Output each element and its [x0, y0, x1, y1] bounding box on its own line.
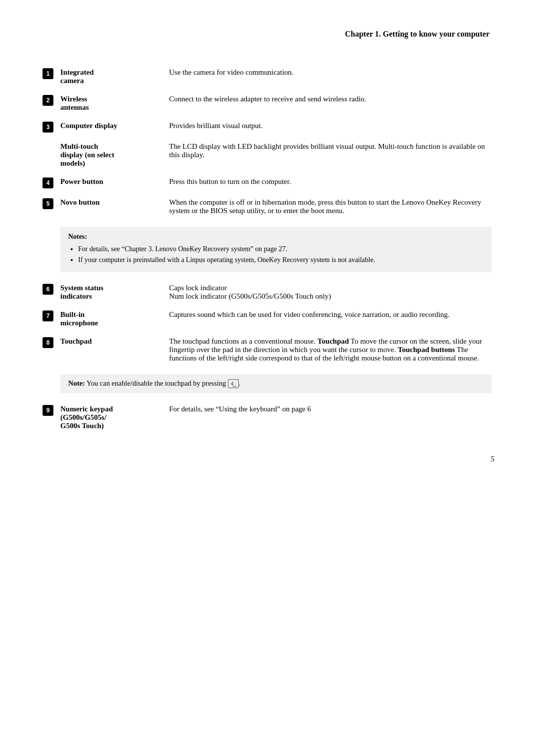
term-cell-2: Wireless antennas [57, 90, 166, 117]
desc-cell-8: Captures sound which can be used for vid… [166, 306, 494, 332]
term-cell-8: Built-in microphone [57, 306, 166, 332]
term-line3-10: G500s Touch) [60, 422, 104, 430]
desc-bold-touchpad: Touchpad [317, 337, 349, 345]
badge-9: 8 [43, 337, 53, 348]
term-cell-9: Touchpad [57, 332, 166, 367]
table-row: 7 Built-in microphone Captures sound whi… [40, 306, 494, 332]
badge-10: 9 [43, 405, 53, 416]
page-number: 5 [40, 455, 494, 463]
badge-cell-1: 1 [40, 63, 57, 90]
note-inline-row: Note: You can enable/disable the touchpa… [40, 367, 494, 400]
badge-5: 4 [43, 178, 53, 188]
term-line2-2: antennas [60, 103, 89, 111]
term-line3-4: models) [60, 159, 85, 167]
desc-4: The LCD display with LED backlight provi… [169, 142, 485, 159]
table-row: 6 System status indicators Caps lock ind… [40, 279, 494, 306]
notes-list: For details, see “Chapter 3. Lenovo OneK… [68, 244, 484, 266]
note-inline-text: You can enable/disable the touchpad by p… [85, 379, 228, 387]
badge-cell-9: 8 [40, 332, 57, 367]
notes-container: Notes: For details, see “Chapter 3. Leno… [57, 220, 494, 279]
table-row: 9 Numeric keypad (G500s/G505s/ G500s Tou… [40, 400, 494, 435]
term-line1-7: System status [60, 284, 103, 292]
page-header: Chapter 1. Getting to know your computer [40, 30, 494, 39]
term-line1-2: Wireless [60, 95, 87, 103]
term-line1-4: Multi-touch [60, 142, 98, 150]
desc-cell-9: The touchpad functions as a conventional… [166, 332, 494, 367]
badge-7: 6 [43, 284, 53, 295]
note-inline-period: . [239, 379, 241, 387]
badge-cell-8: 7 [40, 306, 57, 332]
notes-item-2: If your computer is preinstalled with a … [78, 255, 484, 266]
table-row: Multi-touch display (on select models) T… [40, 137, 494, 173]
term-cell-7: System status indicators [57, 279, 166, 306]
term-line2-7: indicators [60, 292, 92, 300]
desc-8: Captures sound which can be used for vid… [169, 311, 449, 318]
desc-9a: The touchpad functions as a conventional… [169, 337, 482, 362]
badge-cell-5: 4 [40, 173, 57, 193]
desc-bold-touchpad-buttons: Touchpad buttons [398, 346, 455, 354]
term-line2-10: (G500s/G505s/ [60, 413, 106, 421]
chapter-title: Chapter 1. Getting to know your computer [345, 30, 490, 38]
term-line1-5: Power button [60, 178, 103, 185]
badge-cell-7: 6 [40, 279, 57, 306]
desc-6: When the computer is off or in hibernati… [169, 198, 481, 215]
table-row: 3 Computer display Provides brilliant vi… [40, 117, 494, 137]
term-line2-1: camera [60, 77, 84, 85]
note-inline-box: Note: You can enable/disable the touchpa… [60, 374, 491, 394]
desc-cell-6: When the computer is off or in hibernati… [166, 193, 494, 220]
term-line1-9: Touchpad [60, 337, 92, 345]
desc-cell-7: Caps lock indicator Num lock indicator (… [166, 279, 494, 306]
notes-item-1: For details, see “Chapter 3. Lenovo OneK… [78, 244, 484, 255]
desc-2: Connect to the wireless adapter to recei… [169, 95, 366, 103]
term-line1-8: Built-in [60, 311, 85, 318]
desc-line2-7: Num lock indicator (G500s/G505s/G500s To… [169, 292, 331, 300]
term-line1-6: Novo button [60, 198, 100, 206]
desc-line1-7: Caps lock indicator [169, 284, 227, 292]
badge-8: 7 [43, 311, 53, 321]
term-cell-5: Power button [57, 173, 166, 193]
badge-6: 5 [43, 198, 53, 209]
keyboard-icon: ⨞ ̲ [228, 379, 239, 388]
term-cell-3: Computer display [57, 117, 166, 137]
desc-cell-4: The LCD display with LED backlight provi… [166, 137, 494, 173]
term-line1-3: Computer display [60, 122, 117, 130]
badge-cell-2: 2 [40, 90, 57, 117]
term-line1-1: Integrated [60, 68, 94, 76]
badge-cell-10: 9 [40, 400, 57, 435]
notes-row: Notes: For details, see “Chapter 3. Leno… [40, 220, 494, 279]
notes-box: Notes: For details, see “Chapter 3. Leno… [60, 227, 491, 272]
term-cell-1: Integrated camera [57, 63, 166, 90]
note-inline-bold: Note: [68, 379, 85, 387]
table-row: 2 Wireless antennas Connect to the wirel… [40, 90, 494, 117]
note-inline-spacer [40, 367, 57, 400]
desc-cell-2: Connect to the wireless adapter to recei… [166, 90, 494, 117]
table-row: 1 Integrated camera Use the camera for v… [40, 63, 494, 90]
note-inline-container: Note: You can enable/disable the touchpa… [57, 367, 494, 400]
term-cell-10: Numeric keypad (G500s/G505s/ G500s Touch… [57, 400, 166, 435]
table-row: 8 Touchpad The touchpad functions as a c… [40, 332, 494, 367]
term-line2-4: display (on select [60, 151, 114, 159]
desc-cell-1: Use the camera for video communication. [166, 63, 494, 90]
desc-cell-5: Press this button to turn on the compute… [166, 173, 494, 193]
badge-cell-3: 3 [40, 117, 57, 137]
desc-10: For details, see “Using the keyboard” on… [169, 405, 311, 413]
table-row: 5 Novo button When the computer is off o… [40, 193, 494, 220]
term-cell-4: Multi-touch display (on select models) [57, 137, 166, 173]
badge-3: 3 [43, 122, 53, 133]
badge-1: 1 [43, 68, 53, 79]
badge-cell-6: 5 [40, 193, 57, 220]
desc-cell-10: For details, see “Using the keyboard” on… [166, 400, 494, 435]
notes-title: Notes: [68, 233, 484, 241]
content-table: 1 Integrated camera Use the camera for v… [40, 63, 494, 435]
desc-5: Press this button to turn on the compute… [169, 178, 291, 185]
desc-3: Provides brilliant visual output. [169, 122, 263, 130]
desc-1: Use the camera for video communication. [169, 68, 294, 76]
term-line2-8: microphone [60, 319, 98, 327]
desc-cell-3: Provides brilliant visual output. [166, 117, 494, 137]
badge-2: 2 [43, 95, 53, 106]
term-cell-6: Novo button [57, 193, 166, 220]
term-line1-10: Numeric keypad [60, 405, 113, 413]
no-badge-cell-4 [40, 137, 57, 173]
notes-spacer [40, 220, 57, 279]
table-row: 4 Power button Press this button to turn… [40, 173, 494, 193]
